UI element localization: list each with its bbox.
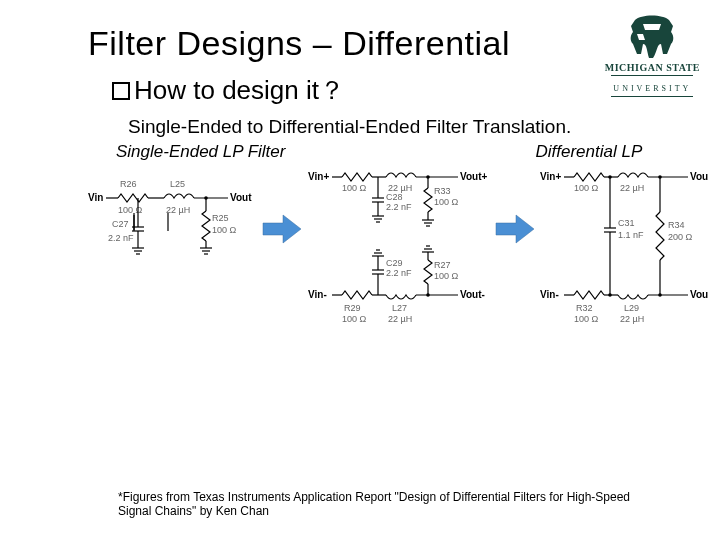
question-text: How to design it？ xyxy=(134,75,345,105)
logo-text-2: UNIVERSITY xyxy=(613,84,691,93)
university-logo: MICHIGAN STATE UNIVERSITY xyxy=(605,14,700,97)
svg-text:L26: L26 xyxy=(392,168,407,169)
svg-text:R32: R32 xyxy=(576,303,593,313)
svg-text:R33: R33 xyxy=(434,186,451,196)
svg-text:22 µH: 22 µH xyxy=(620,183,644,193)
logo-text-1: MICHIGAN STATE xyxy=(605,62,700,73)
svg-text:Vin-: Vin- xyxy=(308,289,327,300)
spartan-helmet-icon xyxy=(623,14,681,60)
svg-text:2.2 nF: 2.2 nF xyxy=(386,268,412,278)
svg-text:100 Ω: 100 Ω xyxy=(434,271,459,281)
svg-text:Vout+: Vout+ xyxy=(460,171,487,182)
svg-text:100 Ω: 100 Ω xyxy=(118,205,143,215)
circuit-labels-row: Single-Ended LP Filter Differential LP xyxy=(116,142,692,162)
svg-text:2.2 nF: 2.2 nF xyxy=(108,233,134,243)
svg-text:C28: C28 xyxy=(386,192,403,202)
svg-text:Vout-: Vout- xyxy=(460,289,485,300)
svg-text:1.1 nF: 1.1 nF xyxy=(618,230,644,240)
svg-text:Vout+: Vout+ xyxy=(690,171,708,182)
svg-text:C31: C31 xyxy=(618,218,635,228)
svg-text:R28: R28 xyxy=(344,168,361,169)
svg-text:100 Ω: 100 Ω xyxy=(434,197,459,207)
arrow-icon xyxy=(496,215,534,243)
svg-text:C29: C29 xyxy=(386,258,403,268)
svg-text:R26: R26 xyxy=(120,179,137,189)
svg-text:22 µH: 22 µH xyxy=(388,314,412,324)
svg-text:2.2 nF: 2.2 nF xyxy=(386,202,412,212)
svg-text:Vin+: Vin+ xyxy=(540,171,561,182)
slide-title: Filter Designs – Differential xyxy=(88,24,692,63)
svg-text:Vout-: Vout- xyxy=(690,289,708,300)
svg-text:R27: R27 xyxy=(434,260,451,270)
svg-text:L28: L28 xyxy=(624,168,639,169)
svg-text:R31: R31 xyxy=(576,168,593,169)
svg-text:Vin-: Vin- xyxy=(540,289,559,300)
svg-text:100 Ω: 100 Ω xyxy=(574,314,599,324)
svg-text:R29: R29 xyxy=(344,303,361,313)
circuit-diagrams: Vin R26 100 Ω L25 22 µH Vout xyxy=(88,168,662,338)
svg-text:Vin+: Vin+ xyxy=(308,171,329,182)
subtitle: Single-Ended to Differential-Ended Filte… xyxy=(128,116,692,138)
label-differential: Differential LP xyxy=(535,142,642,162)
svg-text:22 µH: 22 µH xyxy=(620,314,644,324)
svg-text:L25: L25 xyxy=(170,179,185,189)
svg-text:100 Ω: 100 Ω xyxy=(212,225,237,235)
bullet-box-icon xyxy=(112,82,130,100)
footnote: *Figures from Texas Instruments Applicat… xyxy=(118,490,660,518)
svg-text:L29: L29 xyxy=(624,303,639,313)
svg-text:100 Ω: 100 Ω xyxy=(574,183,599,193)
svg-text:200 Ω: 200 Ω xyxy=(668,232,693,242)
arrow-icon xyxy=(263,215,301,243)
svg-text:C27: C27 xyxy=(112,219,129,229)
svg-text:22 µH: 22 µH xyxy=(166,205,190,215)
c1-vin: Vin xyxy=(88,192,103,203)
c1-vout: Vout xyxy=(230,192,252,203)
svg-text:R25: R25 xyxy=(212,213,229,223)
svg-text:100 Ω: 100 Ω xyxy=(342,183,367,193)
svg-text:R34: R34 xyxy=(668,220,685,230)
svg-text:L27: L27 xyxy=(392,303,407,313)
svg-text:100 Ω: 100 Ω xyxy=(342,314,367,324)
label-single-ended: Single-Ended LP Filter xyxy=(116,142,285,162)
